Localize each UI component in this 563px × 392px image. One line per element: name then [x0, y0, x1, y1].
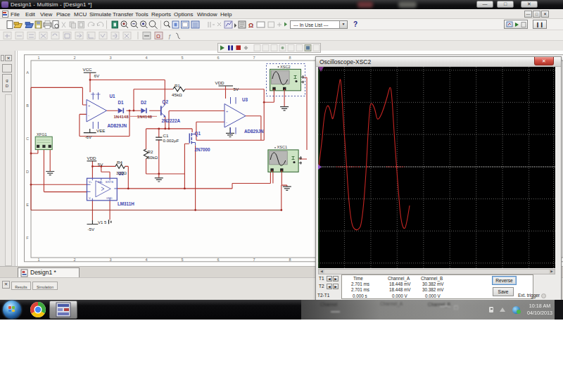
- svg-text:B/STB: B/STB: [106, 181, 113, 184]
- svg-text:7: 7: [253, 56, 255, 60]
- svg-text:V-: V-: [89, 197, 91, 200]
- svg-text:Ω: Ω: [156, 33, 160, 39]
- svg-text:V1 5: V1 5: [98, 220, 107, 225]
- svg-text:ƒ: ƒ: [168, 33, 171, 39]
- svg-text:-6V: -6V: [85, 134, 93, 139]
- svg-text:D1: D1: [118, 100, 125, 105]
- svg-text:BAL: BAL: [98, 181, 103, 184]
- svg-text:5: 5: [181, 56, 183, 60]
- svg-text:E: E: [26, 203, 29, 207]
- svg-text:D2: D2: [141, 100, 147, 105]
- svg-text:0.002µF: 0.002µF: [163, 138, 179, 143]
- svg-text:-5V: -5V: [88, 227, 96, 232]
- svg-text:3: 3: [109, 56, 111, 60]
- svg-text:Q1: Q1: [195, 131, 201, 137]
- svg-text:R4: R4: [117, 160, 122, 165]
- svg-text:1: 1: [37, 56, 39, 60]
- svg-text:6: 6: [217, 258, 219, 262]
- svg-text:AD829JN: AD829JN: [108, 123, 127, 128]
- svg-text:VEE: VEE: [96, 128, 105, 133]
- svg-text:2: 2: [73, 56, 75, 60]
- svg-text:6V: 6V: [94, 73, 100, 78]
- svg-text:8: 8: [289, 56, 291, 60]
- svg-text:XSC2: XSC2: [280, 65, 291, 69]
- svg-text:7: 7: [253, 258, 255, 262]
- svg-text:GND: GND: [106, 197, 113, 200]
- svg-text:45kΩ: 45kΩ: [172, 92, 182, 97]
- svg-text:B: B: [26, 103, 29, 108]
- svg-text:6: 6: [217, 56, 219, 60]
- svg-text:V+: V+: [89, 181, 93, 184]
- svg-text:XFG1: XFG1: [37, 132, 47, 137]
- svg-text:3: 3: [109, 258, 111, 262]
- svg-text:50kΩ: 50kΩ: [148, 155, 158, 160]
- svg-text:Ω: Ω: [248, 22, 253, 29]
- svg-text:-: -: [88, 113, 89, 118]
- svg-text:+: +: [226, 109, 228, 113]
- svg-text:+: +: [88, 103, 90, 108]
- svg-text:8: 8: [289, 258, 291, 262]
- svg-text:U1: U1: [110, 94, 116, 99]
- svg-text:5V: 5V: [98, 162, 103, 167]
- svg-text:330Ω: 330Ω: [116, 170, 127, 175]
- svg-text:VDD: VDD: [215, 80, 225, 85]
- svg-text:2N2222A: 2N2222A: [162, 118, 181, 123]
- svg-text:4: 4: [145, 258, 147, 262]
- svg-text:C1: C1: [163, 133, 169, 138]
- svg-text:D: D: [26, 170, 29, 174]
- svg-text:U3: U3: [242, 97, 248, 102]
- svg-text:Q2: Q2: [163, 99, 169, 105]
- svg-text:5V: 5V: [234, 87, 239, 91]
- svg-text:2N7000: 2N7000: [195, 147, 211, 152]
- svg-text:AD829JN: AD829JN: [244, 129, 264, 134]
- svg-text:VCC: VCC: [83, 67, 93, 72]
- svg-text:R1: R1: [175, 83, 180, 88]
- svg-text:2: 2: [73, 258, 75, 262]
- svg-text:4: 4: [145, 56, 147, 60]
- svg-text:1N4148: 1N4148: [114, 115, 129, 119]
- svg-text:F: F: [26, 236, 29, 240]
- svg-text:R2: R2: [148, 149, 153, 154]
- svg-text:-: -: [226, 120, 227, 125]
- svg-text:1: 1: [37, 258, 39, 262]
- svg-text:XSC1: XSC1: [277, 145, 288, 149]
- svg-text:C: C: [26, 137, 29, 141]
- svg-text:A: A: [26, 70, 29, 75]
- svg-text:5: 5: [181, 258, 183, 262]
- svg-text:VDD: VDD: [87, 156, 97, 160]
- svg-text:1N4148: 1N4148: [137, 115, 153, 119]
- svg-text:LM311H: LM311H: [118, 201, 134, 206]
